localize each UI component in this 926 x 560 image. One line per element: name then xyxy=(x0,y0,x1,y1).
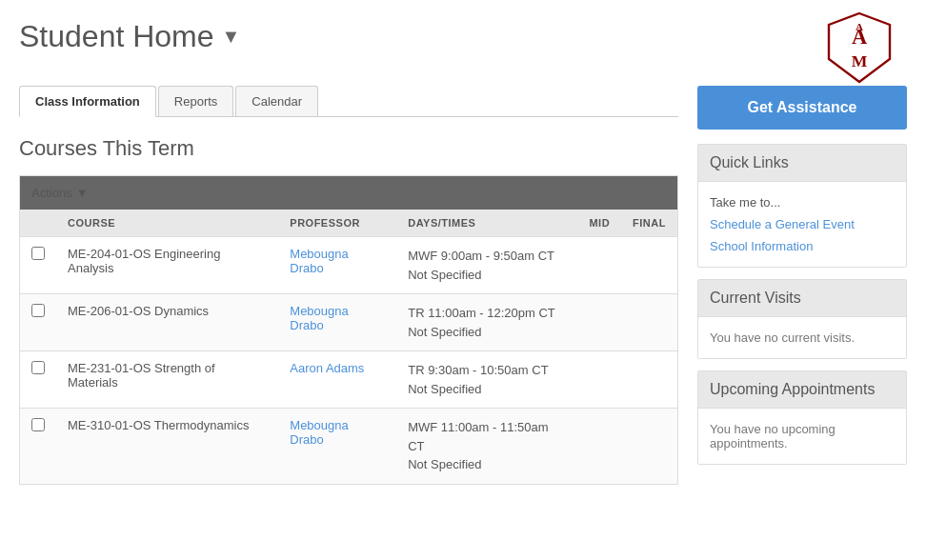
table-row: ME-310-01-OS Thermodynamics Mebougna Dra… xyxy=(20,409,678,485)
row-professor: Aaron Adams xyxy=(278,351,396,409)
professor-link[interactable]: Aaron Adams xyxy=(290,361,364,375)
table-column-headers: COURSE PROFESSOR DAYS/TIMES MID FINAL xyxy=(20,210,678,237)
actions-dropdown-arrow[interactable]: ▼ xyxy=(76,186,89,200)
row-professor: Mebougna Drabo xyxy=(278,294,396,351)
professor-link[interactable]: Mebougna Drabo xyxy=(290,418,348,447)
logo-area: A M A xyxy=(812,10,907,86)
row-mid xyxy=(577,409,621,485)
row-mid xyxy=(577,237,621,294)
upcoming-appointments-title: Upcoming Appointments xyxy=(698,371,906,409)
upcoming-appointments-text: You have no upcoming appointments. xyxy=(710,418,895,454)
row-course: ME-206-01-OS Dynamics xyxy=(56,294,278,351)
col-checkbox xyxy=(20,210,57,237)
page-title-dropdown-arrow[interactable]: ▼ xyxy=(222,26,241,48)
upcoming-appointments-section: Upcoming Appointments You have no upcomi… xyxy=(697,370,907,465)
row-course: ME-231-01-OS Strength of Materials xyxy=(56,351,278,409)
row-professor: Mebougna Drabo xyxy=(278,409,396,485)
row-mid xyxy=(577,294,621,351)
row-course: ME-204-01-OS Engineering Analysis xyxy=(56,237,278,294)
top-bar: Student Home ▼ A M A xyxy=(0,0,926,86)
row-not-specified: Not Specified xyxy=(408,382,481,396)
current-visits-title: Current Visits xyxy=(698,280,906,317)
tab-calendar[interactable]: Calendar xyxy=(235,86,318,116)
get-assistance-button[interactable]: Get Assistance xyxy=(697,86,907,130)
current-visits-body: You have no current visits. xyxy=(698,317,906,358)
table-row: ME-204-01-OS Engineering Analysis Meboug… xyxy=(20,237,678,294)
actions-label: Actions xyxy=(31,186,72,200)
current-visits-section: Current Visits You have no current visit… xyxy=(697,279,907,359)
col-final: FINAL xyxy=(621,210,677,237)
university-logo: A M A xyxy=(821,10,897,86)
sidebar: Get Assistance Quick Links Take me to...… xyxy=(697,86,907,485)
row-final xyxy=(621,409,677,485)
tab-class-information[interactable]: Class Information xyxy=(19,86,156,117)
main-layout: Class Information Reports Calendar Cours… xyxy=(0,86,926,485)
row-not-specified: Not Specified xyxy=(408,325,481,339)
content-area: Class Information Reports Calendar Cours… xyxy=(19,86,697,485)
quick-links-body: Take me to... Schedule a General Event S… xyxy=(698,182,906,267)
row-days-times: MWF 9:00am - 9:50am CT Not Specified xyxy=(396,237,577,294)
row-checkbox[interactable] xyxy=(31,247,45,260)
quick-links-section: Quick Links Take me to... Schedule a Gen… xyxy=(697,144,907,268)
row-final xyxy=(621,237,677,294)
row-checkbox[interactable] xyxy=(31,304,45,317)
row-checkbox-cell xyxy=(20,237,57,294)
tabs-bar: Class Information Reports Calendar xyxy=(19,86,678,117)
upcoming-appointments-body: You have no upcoming appointments. xyxy=(698,409,906,464)
school-information-link[interactable]: School Information xyxy=(710,235,895,257)
professor-link[interactable]: Mebougna Drabo xyxy=(290,304,348,332)
table-row: ME-231-01-OS Strength of Materials Aaron… xyxy=(20,351,678,409)
current-visits-text: You have no current visits. xyxy=(710,327,895,349)
row-checkbox-cell xyxy=(20,294,57,351)
col-course: COURSE xyxy=(56,210,278,237)
row-days-times: MWF 11:00am - 11:50am CT Not Specified xyxy=(396,409,577,485)
page-title: Student Home ▼ xyxy=(19,10,240,54)
row-course: ME-310-01-OS Thermodynamics xyxy=(56,409,278,485)
svg-text:A: A xyxy=(856,21,863,32)
row-days-times: TR 11:00am - 12:20pm CT Not Specified xyxy=(396,294,577,351)
svg-text:M: M xyxy=(852,51,868,70)
page-title-text: Student Home xyxy=(19,19,214,54)
table-actions-row: Actions ▼ xyxy=(20,176,678,210)
row-mid xyxy=(577,351,621,409)
row-not-specified: Not Specified xyxy=(408,268,481,282)
row-professor: Mebougna Drabo xyxy=(278,237,396,294)
quick-links-title: Quick Links xyxy=(698,145,906,182)
row-checkbox-cell xyxy=(20,351,57,409)
row-final xyxy=(621,351,677,409)
take-me-to-text: Take me to... xyxy=(710,191,895,213)
row-checkbox-cell xyxy=(20,409,57,485)
section-title: Courses This Term xyxy=(19,136,678,161)
row-not-specified: Not Specified xyxy=(408,457,481,471)
table-row: ME-206-01-OS Dynamics Mebougna Drabo TR … xyxy=(20,294,678,351)
schedule-general-event-link[interactable]: Schedule a General Event xyxy=(710,213,895,235)
row-checkbox[interactable] xyxy=(31,361,45,374)
row-checkbox[interactable] xyxy=(31,418,45,431)
col-professor: PROFESSOR xyxy=(278,210,396,237)
col-days-times: DAYS/TIMES xyxy=(396,210,577,237)
courses-table: Actions ▼ COURSE PROFESSOR DAYS/TIMES MI… xyxy=(19,175,678,485)
col-mid: MID xyxy=(577,210,621,237)
row-final xyxy=(621,294,677,351)
professor-link[interactable]: Mebougna Drabo xyxy=(290,247,348,275)
row-days-times: TR 9:30am - 10:50am CT Not Specified xyxy=(396,351,577,409)
tab-reports[interactable]: Reports xyxy=(158,86,234,116)
